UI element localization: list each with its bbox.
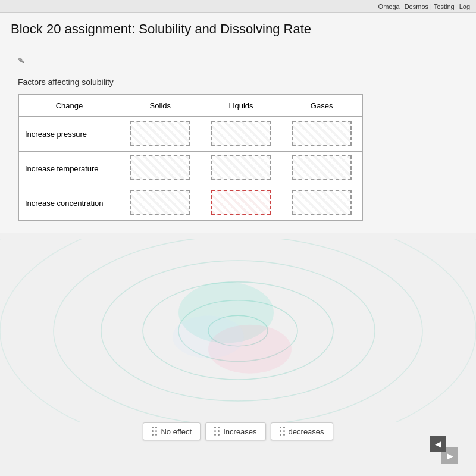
- top-bar: Omega Desmos | Testing Log: [0, 0, 476, 13]
- drop-zone[interactable]: [130, 121, 190, 146]
- increases-label: Increases: [223, 427, 256, 436]
- no-effect-label: No effect: [161, 427, 192, 436]
- drop-cell-1-gases[interactable]: [281, 117, 362, 152]
- row-1-label: Increase pressure: [19, 117, 120, 152]
- drop-zone[interactable]: [211, 121, 271, 146]
- chip-toolbar: No effect Increases decreases: [0, 422, 476, 440]
- drop-zone[interactable]: [292, 121, 352, 146]
- drag-handle-icon: [280, 427, 286, 436]
- log-link[interactable]: Log: [459, 3, 470, 10]
- drop-zone-active[interactable]: [211, 190, 271, 215]
- svg-point-9: [173, 315, 244, 358]
- col-solids: Solids: [120, 95, 201, 117]
- table-wrapper: Change Solids Liquids Gases Increase pre…: [18, 94, 458, 221]
- drop-zone[interactable]: [130, 190, 190, 215]
- drop-cell-2-liquids[interactable]: [201, 152, 281, 186]
- decreases-label: decreases: [289, 427, 324, 436]
- row-3-label: Increase concentration: [19, 186, 120, 221]
- edit-icon: ✎: [18, 56, 25, 65]
- desmos-link[interactable]: Desmos | Testing: [405, 3, 455, 10]
- increases-chip[interactable]: Increases: [205, 422, 265, 440]
- drop-cell-2-solids[interactable]: [120, 152, 201, 186]
- omega-link[interactable]: Omega: [378, 3, 400, 10]
- col-gases: Gases: [281, 95, 362, 117]
- drop-zone[interactable]: [292, 155, 352, 180]
- col-liquids: Liquids: [201, 95, 281, 117]
- decreases-chip[interactable]: decreases: [271, 422, 333, 440]
- wave-decoration: [0, 239, 476, 422]
- nav-back-button[interactable]: ◀: [430, 436, 446, 452]
- no-effect-chip[interactable]: No effect: [143, 422, 201, 440]
- drop-cell-3-gases[interactable]: [281, 186, 362, 221]
- drop-zone[interactable]: [130, 155, 190, 180]
- col-change: Change: [19, 95, 120, 117]
- solubility-table: Change Solids Liquids Gases Increase pre…: [18, 95, 362, 221]
- table-row: Increase concentration: [19, 186, 362, 221]
- row-2-label: Increase temperature: [19, 152, 120, 186]
- table-row: Increase pressure: [19, 117, 362, 152]
- drop-cell-1-liquids[interactable]: [201, 117, 281, 152]
- page-title: Block 20 assignment: Solubility and Diss…: [0, 13, 476, 43]
- section-label: Factors affecting solubility: [18, 77, 458, 87]
- drag-handle-icon: [214, 427, 220, 436]
- drop-zone[interactable]: [211, 155, 271, 180]
- drop-zone[interactable]: [292, 190, 352, 215]
- table-container: Change Solids Liquids Gases Increase pre…: [18, 94, 363, 221]
- main-content: Block 20 assignment: Solubility and Diss…: [0, 13, 476, 476]
- table-header-row: Change Solids Liquids Gases: [19, 95, 362, 117]
- drop-cell-3-solids[interactable]: [120, 186, 201, 221]
- top-bar-items: Omega Desmos | Testing Log: [378, 3, 470, 10]
- drop-cell-1-solids[interactable]: [120, 117, 201, 152]
- drop-cell-2-gases[interactable]: [281, 152, 362, 186]
- content-area: ✎ Factors affecting solubility Change So…: [0, 43, 476, 233]
- table-row: Increase temperature: [19, 152, 362, 186]
- drag-handle-icon: [152, 427, 158, 436]
- drop-cell-3-liquids[interactable]: [201, 186, 281, 221]
